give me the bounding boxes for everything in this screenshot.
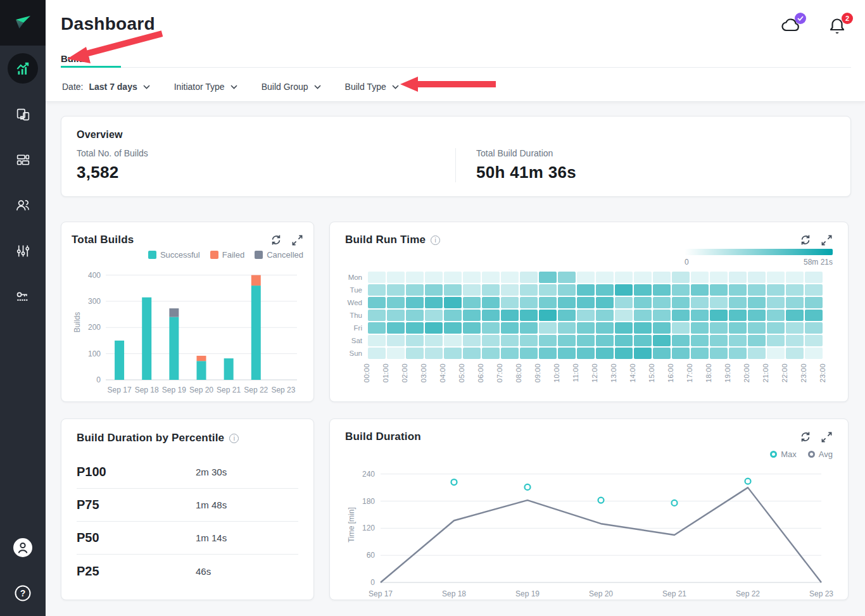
heatmap-col-label: 02:00	[401, 363, 408, 382]
filter-date-prefix: Date:	[62, 82, 83, 92]
heatmap-cell	[653, 310, 671, 321]
heatmap-cell	[615, 272, 633, 283]
info-icon[interactable]: i	[229, 434, 239, 443]
total-builds-card: Total Builds Successful Failed	[61, 222, 314, 402]
filter-build-group[interactable]: Build Group	[262, 82, 321, 92]
refresh-button[interactable]	[799, 431, 812, 443]
user-avatar[interactable]	[0, 525, 46, 570]
heatmap-cell	[710, 335, 728, 346]
heatmap-cell	[729, 335, 747, 346]
sidebar-item-dashboards[interactable]	[0, 137, 46, 182]
heatmap-x-axis: 00:0001:0002:0003:0004:0005:0006:0007:00…	[345, 359, 833, 394]
chevron-down-icon	[230, 85, 237, 89]
y-axis-label: Time [min]	[347, 507, 356, 543]
heatmap-cell	[577, 284, 595, 296]
expand-button[interactable]	[291, 234, 303, 246]
sidebar-item-api-keys[interactable]	[0, 273, 46, 319]
percentile-value: 46s	[196, 566, 211, 577]
build-run-time-heatmap: MonTueWedThuFriSatSun	[345, 272, 833, 359]
heatmap-cell	[501, 297, 519, 308]
percentile-label: P50	[77, 531, 196, 545]
heatmap-row-label: Wed	[345, 297, 367, 308]
heatmap-cell	[406, 272, 424, 283]
build-status-cloud-button[interactable]	[781, 16, 802, 35]
heatmap-row-label: Mon	[345, 272, 367, 283]
heatmap-cell	[577, 322, 595, 334]
bar-segment-successful	[169, 317, 179, 380]
x-tick-label: Sep 22	[736, 589, 760, 598]
heatmap-cell	[615, 297, 633, 308]
help-icon: ?	[14, 584, 32, 602]
apps-icon	[15, 106, 31, 122]
header: Dashboard 2 Builds	[46, 0, 865, 102]
heatmap-cell	[406, 310, 424, 321]
sidebar-item-users[interactable]	[0, 182, 46, 228]
y-tick-label: 200	[88, 323, 101, 332]
heatmap-cell	[577, 272, 595, 283]
heatmap-cell	[596, 310, 614, 321]
percentile-label: P75	[77, 498, 196, 512]
heatmap-cell	[710, 284, 728, 296]
heatmap-cell	[748, 310, 766, 321]
filter-initiator-type[interactable]: Initiator Type	[174, 82, 237, 92]
heatmap-cell	[653, 297, 671, 308]
heatmap-cell	[558, 310, 576, 321]
tab-builds[interactable]: Builds	[61, 53, 90, 64]
heatmap-cell	[596, 322, 614, 334]
heatmap-cell	[748, 335, 766, 346]
heatmap-cell	[672, 348, 690, 359]
x-tick-label: Sep 18	[442, 589, 466, 598]
sidebar-item-settings[interactable]	[0, 228, 46, 273]
heatmap-cell	[786, 322, 804, 334]
x-tick-label: Sep 23	[809, 589, 833, 598]
build-duration-chart: 060120180240Time [min]Sep 17Sep 18Sep 19…	[345, 461, 834, 601]
heatmap-cell	[615, 284, 633, 296]
percentile-value: 1m 14s	[196, 532, 227, 543]
expand-button[interactable]	[821, 234, 833, 246]
notifications-button[interactable]: 2	[828, 16, 849, 35]
heatmap-cell	[368, 348, 386, 359]
tab-builds-label: Builds	[61, 53, 90, 64]
heatmap-cell	[406, 284, 424, 296]
heatmap-row-label: Fri	[345, 322, 367, 334]
info-icon[interactable]: i	[431, 236, 440, 245]
metric-total-builds: Total No. of Builds 3,582	[77, 148, 456, 182]
heatmap-col-label: 04:00	[439, 363, 446, 382]
heatmap-cell	[501, 348, 519, 359]
heatmap-cell	[539, 348, 557, 359]
heatmap-cell	[482, 284, 500, 296]
heatmap-cell	[786, 272, 804, 283]
heatmap-cell	[558, 335, 576, 346]
heatmap-col-label: 10:00	[553, 363, 560, 382]
heatmap-cell	[558, 348, 576, 359]
percentile-value: 1m 48s	[196, 500, 227, 510]
heatmap-cell	[520, 335, 538, 346]
heatmap-cell	[672, 322, 690, 334]
help-button[interactable]: ?	[0, 570, 46, 616]
heatmap-cell	[596, 348, 614, 359]
heatmap-cell	[406, 348, 424, 359]
heatmap-cell	[368, 310, 386, 321]
app-logo[interactable]	[0, 0, 46, 46]
refresh-button[interactable]	[799, 234, 812, 246]
filter-build-type[interactable]: Build Type	[345, 82, 399, 92]
refresh-button[interactable]	[270, 234, 282, 246]
legend-avg: Avg	[808, 449, 833, 459]
y-axis-label: Builds	[73, 312, 82, 333]
heatmap-cell	[634, 322, 652, 334]
heatmap-cell	[767, 272, 785, 283]
heatmap-color-scale	[685, 249, 833, 255]
heatmap-col-label: 13:00	[610, 363, 617, 382]
heatmap-cell	[463, 272, 481, 283]
heatmap-cell	[786, 297, 804, 308]
sidebar-item-insights[interactable]	[0, 46, 46, 91]
sidebar-item-apps[interactable]	[0, 91, 46, 137]
heatmap-cell	[387, 272, 405, 283]
x-tick-label: Sep 20	[189, 386, 213, 394]
bar-segment-successful	[115, 341, 124, 380]
metric-value: 50h 41m 36s	[476, 163, 835, 182]
expand-button[interactable]	[821, 431, 833, 443]
heatmap-col-label: 15:00	[648, 363, 655, 382]
filter-date[interactable]: Date: Last 7 days	[62, 82, 150, 92]
heatmap-cell	[520, 310, 538, 321]
